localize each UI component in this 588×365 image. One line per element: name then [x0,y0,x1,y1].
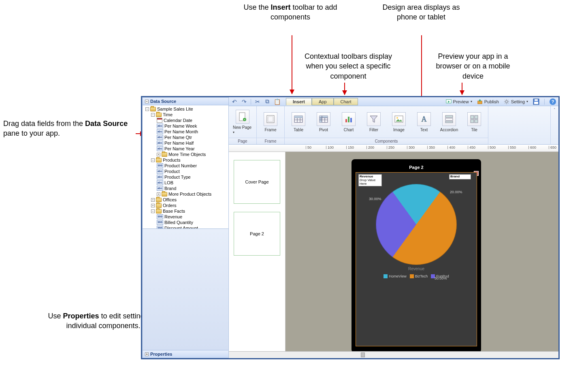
ribbon-text[interactable]: AText [414,112,434,132]
tree-item[interactable]: abc Product [144,169,227,174]
tree-item[interactable]: − Time [144,112,227,117]
ribbon-item-label: Accordion [440,128,458,132]
tab-insert[interactable]: Insert [286,98,312,105]
tree-item[interactable]: + Orders [144,203,227,208]
text-field-icon: abc [157,146,163,151]
folder-icon [162,192,167,196]
page-body[interactable]: Revenue Drop Value Here Brand 20.00% 50.… [356,172,477,346]
preview-button[interactable]: Preview ▾ [446,99,472,105]
text-field-icon: abc [157,180,163,185]
ribbon: +New Page ▾PageFrameFrameTablePivotChart… [229,106,558,145]
collapse-icon[interactable]: − [145,100,149,103]
help-icon[interactable]: ? [550,98,556,105]
ribbon-pivot[interactable]: Pivot [314,112,333,132]
ribbon-item-label: Filter [369,128,378,132]
tree-item[interactable]: + More Time Objects [144,152,227,157]
tree-item[interactable]: 999 Discount Amount [144,225,227,229]
data-source-tree[interactable]: − Sample Sales Lite− Time Calendar Datea… [142,105,229,229]
expand-icon[interactable]: + [151,198,155,202]
design-canvas[interactable]: Page 2 Revenue Drop Value Here Brand 20.… [285,152,558,351]
callout-preview: Preview your app in a browser or on a mo… [424,51,522,81]
ribbon-accordion[interactable]: Accordion [439,112,459,132]
legend-label: BizTech [415,274,428,278]
cut-icon[interactable]: ✂ [254,98,261,105]
ruler-tick: 200 [366,146,367,149]
tree-item[interactable]: abc LOB [144,180,227,186]
tree-item[interactable]: − Products [144,157,227,163]
expand-icon[interactable]: + [157,153,160,156]
number-field-icon: 999 [157,214,163,219]
tree-item[interactable]: abc Brand [144,186,227,191]
pie-chart[interactable]: 20.00% 50.00% 30.00% Revenue HomeViewBiz… [362,184,471,281]
tree-item[interactable]: abc Per Name Half [144,140,227,146]
undo-icon[interactable]: ↶ [231,98,238,105]
tab-chart[interactable]: Chart [334,98,358,105]
horizontal-scrollbar[interactable] [229,351,558,358]
setting-button[interactable]: Setting ▾ [504,99,528,105]
collapse-icon[interactable]: − [145,107,149,111]
calendar-icon [157,118,162,123]
svg-rect-44 [471,120,474,123]
ribbon-filter[interactable]: Filter [364,112,383,132]
tree-item[interactable]: 999 Product Number [144,163,227,169]
tree-item[interactable]: abc Product Type [144,174,227,180]
number-field-icon: 999 [157,220,163,225]
accordion-icon [442,112,456,126]
drop-zone-brand[interactable]: Brand [449,174,471,179]
tree-item[interactable]: − Sample Sales Lite [144,106,227,112]
svg-rect-35 [350,118,352,122]
collapse-icon[interactable]: − [151,158,155,162]
number-field-icon: 999 [157,226,163,229]
ribbon-item-label: Chart [344,128,354,132]
number-field-icon: 999 [157,163,163,168]
text-field-icon: abc [157,141,163,145]
tree-item[interactable]: abc Per Name Qtr [144,134,227,140]
expand-icon[interactable]: + [151,204,155,207]
callout-insert-toolbar: Use the Insert toolbar to add components [242,2,339,22]
ribbon-new-page[interactable]: +New Page ▾ [233,110,252,134]
page-thumbnail[interactable]: Page 2 [234,212,280,256]
tree-item[interactable]: abc Per Name Year [144,146,227,152]
text-field-icon: abc [157,175,163,179]
page-thumbnail[interactable]: Cover Page [234,160,280,204]
ribbon-group-frame: FrameFrame [257,106,285,144]
tree-item[interactable]: 999 Billed Quantity [144,220,227,225]
publish-button[interactable]: Publish [477,99,499,105]
ruler-tick: 450 [468,146,468,149]
collapse-icon[interactable]: − [151,209,155,213]
ribbon-table[interactable]: Table [289,112,308,132]
tree-item[interactable]: 999 Revenue [144,214,227,220]
ribbon-collapse-icon[interactable]: ˄ [550,106,558,144]
separator [251,99,251,105]
tree-item[interactable]: abc Per Name Month [144,129,227,134]
tree-item[interactable]: Calendar Date [144,117,227,123]
scroll-thumb[interactable] [361,352,365,357]
ribbon-item-label: Frame [265,128,277,132]
tree-item[interactable]: abc Per Name Week [144,123,227,129]
ribbon-chart[interactable]: Chart [339,112,358,132]
collapse-icon[interactable]: − [151,113,155,117]
tree-item[interactable]: − Base Facts [144,208,227,214]
ribbon-tile[interactable]: Tile [464,112,484,132]
preview-icon [446,99,452,105]
expand-icon[interactable]: + [145,352,149,356]
redo-icon[interactable]: ↷ [241,98,247,105]
save-icon[interactable] [533,98,539,105]
data-source-pane-header[interactable]: − Data Source [142,97,229,105]
ruler-tick: 250 [387,146,387,149]
svg-rect-40 [445,118,453,120]
properties-pane-header[interactable]: + Properties [142,350,229,358]
ribbon-frame[interactable]: Frame [261,112,280,132]
svg-rect-28 [320,116,328,118]
ribbon-image[interactable]: Image [389,112,409,132]
expand-icon[interactable]: + [157,192,160,196]
tab-app[interactable]: App [312,98,334,105]
tree-item[interactable]: + More Product Objects [144,191,227,197]
tree-item[interactable]: + Offices [144,197,227,203]
ribbon-group-label: Frame [257,138,284,144]
svg-rect-34 [348,117,349,122]
paste-icon[interactable]: 📋 [274,98,280,105]
text-field-icon: abc [157,124,163,128]
slice-label: 50.00% [435,276,447,280]
copy-icon[interactable]: ⧉ [264,98,271,105]
